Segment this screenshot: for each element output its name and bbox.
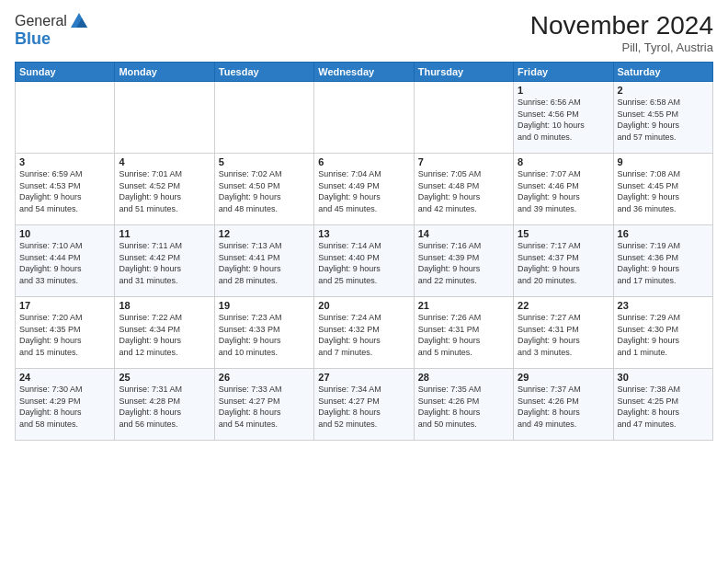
day-number: 28: [418, 372, 509, 383]
logo: General Blue: [15, 11, 89, 49]
col-monday: Monday: [115, 63, 214, 82]
col-thursday: Thursday: [414, 63, 513, 82]
day-number: 7: [418, 156, 509, 167]
week-row-4: 17Sunrise: 7:20 AMSunset: 4:35 PMDayligh…: [16, 297, 713, 369]
day-detail: Sunrise: 6:58 AMSunset: 4:55 PMDaylight:…: [618, 97, 709, 143]
day-detail: Sunrise: 7:33 AMSunset: 4:27 PMDaylight:…: [219, 384, 310, 430]
day-cell: 25Sunrise: 7:31 AMSunset: 4:28 PMDayligh…: [115, 369, 214, 441]
day-cell: 18Sunrise: 7:22 AMSunset: 4:34 PMDayligh…: [115, 297, 214, 369]
week-row-2: 3Sunrise: 6:59 AMSunset: 4:53 PMDaylight…: [16, 154, 713, 225]
day-number: 1: [518, 85, 609, 96]
day-detail: Sunrise: 7:30 AMSunset: 4:29 PMDaylight:…: [19, 384, 110, 430]
day-cell: 2Sunrise: 6:58 AMSunset: 4:55 PMDaylight…: [613, 82, 712, 154]
day-number: 20: [318, 300, 409, 311]
week-row-3: 10Sunrise: 7:10 AMSunset: 4:44 PMDayligh…: [16, 225, 713, 297]
day-detail: Sunrise: 7:04 AMSunset: 4:49 PMDaylight:…: [318, 168, 409, 214]
col-saturday: Saturday: [613, 63, 712, 82]
day-cell: 5Sunrise: 7:02 AMSunset: 4:50 PMDaylight…: [214, 154, 313, 225]
day-cell: 28Sunrise: 7:35 AMSunset: 4:26 PMDayligh…: [414, 369, 513, 441]
day-detail: Sunrise: 7:24 AMSunset: 4:32 PMDaylight:…: [318, 312, 409, 358]
day-detail: Sunrise: 6:56 AMSunset: 4:56 PMDaylight:…: [518, 97, 609, 143]
day-detail: Sunrise: 7:37 AMSunset: 4:26 PMDaylight:…: [518, 384, 609, 430]
col-wednesday: Wednesday: [314, 63, 414, 82]
day-detail: Sunrise: 7:10 AMSunset: 4:44 PMDaylight:…: [19, 240, 110, 286]
day-number: 25: [119, 372, 210, 383]
day-cell: 14Sunrise: 7:16 AMSunset: 4:39 PMDayligh…: [414, 225, 513, 297]
day-number: 4: [119, 156, 210, 167]
day-detail: Sunrise: 7:01 AMSunset: 4:52 PMDaylight:…: [119, 168, 210, 214]
day-detail: Sunrise: 7:16 AMSunset: 4:39 PMDaylight:…: [418, 240, 509, 286]
day-cell: 12Sunrise: 7:13 AMSunset: 4:41 PMDayligh…: [214, 225, 313, 297]
day-number: 26: [219, 372, 310, 383]
day-cell: 27Sunrise: 7:34 AMSunset: 4:27 PMDayligh…: [314, 369, 414, 441]
col-friday: Friday: [514, 63, 613, 82]
day-number: 9: [618, 156, 709, 167]
day-number: 8: [518, 156, 609, 167]
month-title: November 2024: [530, 11, 713, 40]
day-detail: Sunrise: 7:02 AMSunset: 4:50 PMDaylight:…: [219, 168, 310, 214]
day-number: 24: [19, 372, 110, 383]
week-row-1: 1Sunrise: 6:56 AMSunset: 4:56 PMDaylight…: [16, 82, 713, 154]
day-cell: 21Sunrise: 7:26 AMSunset: 4:31 PMDayligh…: [414, 297, 513, 369]
logo-icon: [69, 11, 89, 31]
day-detail: Sunrise: 7:20 AMSunset: 4:35 PMDaylight:…: [19, 312, 110, 358]
day-number: 19: [219, 300, 310, 311]
header: General Blue November 2024 Pill, Tyrol, …: [15, 11, 713, 54]
day-cell: 13Sunrise: 7:14 AMSunset: 4:40 PMDayligh…: [314, 225, 414, 297]
day-cell: 7Sunrise: 7:05 AMSunset: 4:48 PMDaylight…: [414, 154, 513, 225]
day-number: 30: [618, 372, 709, 383]
logo-blue-text: Blue: [15, 29, 89, 49]
day-number: 16: [618, 228, 709, 239]
day-detail: Sunrise: 7:23 AMSunset: 4:33 PMDaylight:…: [219, 312, 310, 358]
day-detail: Sunrise: 7:19 AMSunset: 4:36 PMDaylight:…: [618, 240, 709, 286]
day-cell: [314, 82, 414, 154]
day-number: 27: [318, 372, 409, 383]
day-detail: Sunrise: 6:59 AMSunset: 4:53 PMDaylight:…: [19, 168, 110, 214]
week-row-5: 24Sunrise: 7:30 AMSunset: 4:29 PMDayligh…: [16, 369, 713, 441]
day-cell: 24Sunrise: 7:30 AMSunset: 4:29 PMDayligh…: [16, 369, 115, 441]
day-cell: 17Sunrise: 7:20 AMSunset: 4:35 PMDayligh…: [16, 297, 115, 369]
day-number: 5: [219, 156, 310, 167]
day-number: 22: [518, 300, 609, 311]
day-cell: 11Sunrise: 7:11 AMSunset: 4:42 PMDayligh…: [115, 225, 214, 297]
day-number: 2: [618, 85, 709, 96]
day-cell: 1Sunrise: 6:56 AMSunset: 4:56 PMDaylight…: [514, 82, 613, 154]
day-detail: Sunrise: 7:07 AMSunset: 4:46 PMDaylight:…: [518, 168, 609, 214]
day-detail: Sunrise: 7:29 AMSunset: 4:30 PMDaylight:…: [618, 312, 709, 358]
logo-general-text: General: [15, 13, 67, 29]
day-cell: 23Sunrise: 7:29 AMSunset: 4:30 PMDayligh…: [613, 297, 712, 369]
day-cell: 29Sunrise: 7:37 AMSunset: 4:26 PMDayligh…: [514, 369, 613, 441]
day-cell: 6Sunrise: 7:04 AMSunset: 4:49 PMDaylight…: [314, 154, 414, 225]
day-cell: 16Sunrise: 7:19 AMSunset: 4:36 PMDayligh…: [613, 225, 712, 297]
subtitle: Pill, Tyrol, Austria: [530, 40, 713, 54]
day-cell: 26Sunrise: 7:33 AMSunset: 4:27 PMDayligh…: [214, 369, 313, 441]
day-detail: Sunrise: 7:34 AMSunset: 4:27 PMDaylight:…: [318, 384, 409, 430]
day-number: 29: [518, 372, 609, 383]
day-cell: 8Sunrise: 7:07 AMSunset: 4:46 PMDaylight…: [514, 154, 613, 225]
day-detail: Sunrise: 7:11 AMSunset: 4:42 PMDaylight:…: [119, 240, 210, 286]
day-cell: 20Sunrise: 7:24 AMSunset: 4:32 PMDayligh…: [314, 297, 414, 369]
day-number: 3: [19, 156, 110, 167]
day-number: 14: [418, 228, 509, 239]
day-detail: Sunrise: 7:31 AMSunset: 4:28 PMDaylight:…: [119, 384, 210, 430]
day-number: 17: [19, 300, 110, 311]
day-cell: 15Sunrise: 7:17 AMSunset: 4:37 PMDayligh…: [514, 225, 613, 297]
col-tuesday: Tuesday: [214, 63, 313, 82]
day-number: 23: [618, 300, 709, 311]
day-detail: Sunrise: 7:22 AMSunset: 4:34 PMDaylight:…: [119, 312, 210, 358]
day-cell: 3Sunrise: 6:59 AMSunset: 4:53 PMDaylight…: [16, 154, 115, 225]
header-row: Sunday Monday Tuesday Wednesday Thursday…: [16, 63, 713, 82]
day-detail: Sunrise: 7:08 AMSunset: 4:45 PMDaylight:…: [618, 168, 709, 214]
day-number: 18: [119, 300, 210, 311]
day-number: 10: [19, 228, 110, 239]
day-cell: [115, 82, 214, 154]
day-detail: Sunrise: 7:17 AMSunset: 4:37 PMDaylight:…: [518, 240, 609, 286]
page: General Blue November 2024 Pill, Tyrol, …: [0, 0, 728, 563]
day-detail: Sunrise: 7:27 AMSunset: 4:31 PMDaylight:…: [518, 312, 609, 358]
day-detail: Sunrise: 7:35 AMSunset: 4:26 PMDaylight:…: [418, 384, 509, 430]
day-detail: Sunrise: 7:14 AMSunset: 4:40 PMDaylight:…: [318, 240, 409, 286]
day-detail: Sunrise: 7:13 AMSunset: 4:41 PMDaylight:…: [219, 240, 310, 286]
day-number: 6: [318, 156, 409, 167]
day-detail: Sunrise: 7:38 AMSunset: 4:25 PMDaylight:…: [618, 384, 709, 430]
day-number: 12: [219, 228, 310, 239]
